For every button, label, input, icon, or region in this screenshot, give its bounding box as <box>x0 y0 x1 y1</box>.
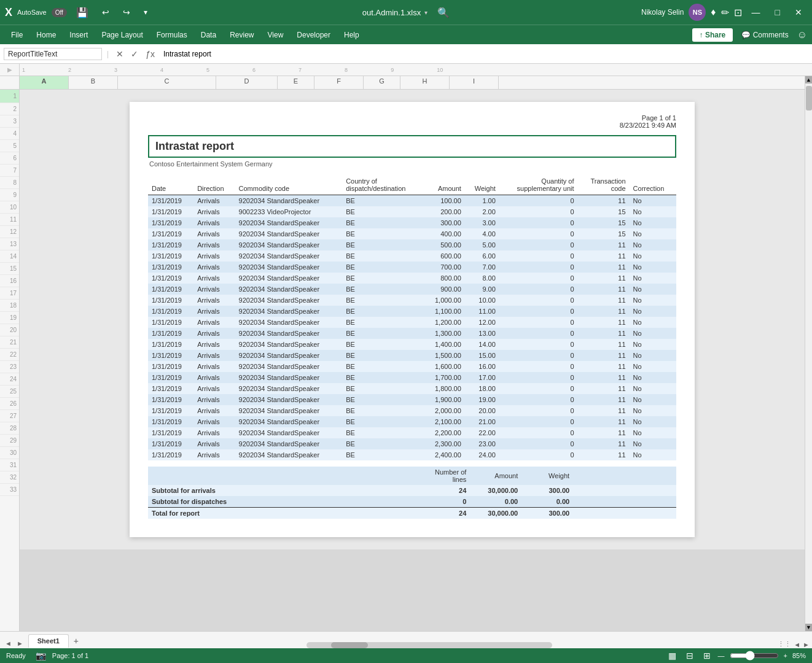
bottom-scrollbar-area <box>84 642 775 648</box>
maximize-button[interactable]: □ <box>770 7 785 17</box>
total-row: Total for report 24 30,000.00 300.00 <box>148 508 676 519</box>
summary-table: Number of lines Amount Weight Subtotal f… <box>148 467 676 519</box>
sheet-tab-sheet1[interactable]: Sheet1 <box>28 634 69 648</box>
subtotal-arrivals-weight: 300.00 <box>521 485 573 496</box>
share-icon: ↑ <box>700 31 705 39</box>
zoom-minus-icon[interactable]: — <box>718 652 725 659</box>
zoom-slider[interactable] <box>730 651 779 661</box>
zoom-plus-icon[interactable]: + <box>784 652 787 659</box>
sheet-scroll-right-button[interactable]: ► <box>14 638 26 648</box>
close-button[interactable]: ✕ <box>790 7 807 17</box>
col-header-f[interactable]: F <box>314 76 364 89</box>
search-icon[interactable]: 🔍 <box>437 7 450 18</box>
table-row: 1/31/2019Arrivals9202034 StandardSpeaker… <box>148 394 676 405</box>
row-33: 33 <box>0 484 19 496</box>
name-box-input[interactable] <box>4 48 102 60</box>
comments-button[interactable]: 💬 Comments <box>735 28 794 42</box>
report-subtitle: Contoso Entertainment System Germany <box>148 160 676 168</box>
camera-icon[interactable]: 📷 <box>36 651 46 661</box>
menu-formulas[interactable]: Formulas <box>150 28 193 42</box>
table-row: 1/31/2019Arrivals9202034 StandardSpeaker… <box>148 328 676 339</box>
vertical-scrollbar[interactable]: ▲ ▼ <box>805 76 812 631</box>
menu-page-layout[interactable]: Page Layout <box>95 28 149 42</box>
subtotal-arrivals-label: Subtotal for arrivals <box>148 485 418 496</box>
autosave-toggle[interactable]: Off <box>52 8 67 17</box>
col-header-i[interactable]: I <box>450 76 499 89</box>
redo-button[interactable]: ↪ <box>119 5 135 20</box>
row-2: 2 <box>0 103 19 115</box>
total-lines: 24 <box>418 508 470 519</box>
page-layout-view-button[interactable]: ⊟ <box>684 649 696 662</box>
sheet-options-icon[interactable]: ⋮⋮ <box>778 640 791 648</box>
total-label: Total for report <box>148 508 418 519</box>
col-header-b[interactable]: B <box>69 76 118 89</box>
window-toggle-icon[interactable]: ⊡ <box>734 7 742 18</box>
th-weight: Weight <box>465 175 499 195</box>
horizontal-scrollbar-thumb[interactable] <box>331 642 368 648</box>
table-row: 1/31/2019Arrivals9202034 StandardSpeaker… <box>148 405 676 416</box>
scrollbar-track[interactable] <box>805 83 812 624</box>
table-row: 1/31/2019Arrivals9202034 StandardSpeaker… <box>148 273 676 284</box>
menu-view[interactable]: View <box>262 28 290 42</box>
diamond-icon[interactable]: ♦ <box>711 7 716 18</box>
menu-insert[interactable]: Insert <box>63 28 94 42</box>
table-row: 1/31/2019Arrivals9202034 StandardSpeaker… <box>148 449 676 460</box>
row-17: 17 <box>0 287 19 300</box>
scrollbar-thumb[interactable] <box>806 86 812 110</box>
confirm-formula-button[interactable]: ✓ <box>128 48 141 60</box>
menu-help[interactable]: Help <box>338 28 365 42</box>
column-ruler: ▶ 1 2 3 4 5 6 7 8 9 10 <box>0 64 812 76</box>
add-sheet-button[interactable]: + <box>69 634 84 648</box>
page-content-scroll[interactable]: Page 1 of 1 8/23/2021 9:49 AM Intrastat … <box>20 90 805 631</box>
table-header-row: Date Direction Commodity code Country of… <box>148 175 676 195</box>
scroll-down-button[interactable]: ▼ <box>805 624 813 631</box>
ribbon-dropdown-button[interactable]: ▾ <box>139 6 152 19</box>
undo-button[interactable]: ↩ <box>98 5 114 20</box>
minimize-button[interactable]: — <box>747 7 765 17</box>
table-row: 1/31/2019Arrivals9202034 StandardSpeaker… <box>148 228 676 239</box>
ready-status: Ready <box>6 652 26 659</box>
row-11: 11 <box>0 214 19 226</box>
sheet-scroll-left-button[interactable]: ◄ <box>2 638 14 648</box>
menu-file[interactable]: File <box>5 28 29 42</box>
col-header-d[interactable]: D <box>216 76 278 89</box>
scroll-tab-right-icon[interactable]: ► <box>803 641 810 648</box>
col-header-g[interactable]: G <box>364 76 400 89</box>
ruler-ticks: 1 2 3 4 5 6 7 8 9 10 <box>20 64 812 76</box>
col-header-e[interactable]: E <box>278 76 314 89</box>
page-status: Page: 1 of 1 <box>52 652 88 659</box>
feedback-icon[interactable]: ☺ <box>797 29 807 41</box>
save-button[interactable]: 💾 <box>72 4 93 21</box>
cancel-formula-button[interactable]: ✕ <box>114 48 126 60</box>
col-header-a[interactable]: A <box>20 76 69 89</box>
title-bar-center: out.Admin.1.xlsx ▾ 🔍 <box>274 7 538 18</box>
row-15: 15 <box>0 263 19 275</box>
menu-home[interactable]: Home <box>30 28 62 42</box>
formula-bar-divider: | <box>107 50 109 58</box>
subtotal-arrivals-row: Subtotal for arrivals 24 30,000.00 300.0… <box>148 485 676 496</box>
insert-function-button[interactable]: ƒx <box>143 48 157 60</box>
autosave-label: AutoSave <box>17 9 47 16</box>
total-amount: 30,000.00 <box>470 508 521 519</box>
th-direction: Direction <box>193 175 235 195</box>
col-header-h[interactable]: H <box>400 76 450 89</box>
scroll-up-button[interactable]: ▲ <box>805 76 813 83</box>
filename-dropdown-icon[interactable]: ▾ <box>424 9 427 16</box>
table-row: 1/31/2019Arrivals9202034 StandardSpeaker… <box>148 239 676 250</box>
table-row: 1/31/2019Arrivals9002233 VideoProjectorB… <box>148 206 676 217</box>
horizontal-scrollbar-track[interactable] <box>306 642 552 648</box>
menu-data[interactable]: Data <box>195 28 222 42</box>
scroll-tab-left-icon[interactable]: ◄ <box>794 641 800 648</box>
menu-developer[interactable]: Developer <box>291 28 337 42</box>
sheet-nav-arrows: ◄ ► <box>0 638 28 648</box>
share-button[interactable]: ↑ Share <box>692 28 733 42</box>
row-12: 12 <box>0 226 19 238</box>
pen-icon[interactable]: ✏ <box>721 7 729 18</box>
menu-review[interactable]: Review <box>224 28 260 42</box>
col-header-c[interactable]: C <box>118 76 216 89</box>
row-30: 30 <box>0 447 19 459</box>
formula-input[interactable] <box>160 48 808 60</box>
page-break-view-button[interactable]: ⊞ <box>701 649 713 662</box>
normal-view-button[interactable]: ▦ <box>666 649 679 662</box>
table-row: 1/31/2019Arrivals9202034 StandardSpeaker… <box>148 317 676 328</box>
